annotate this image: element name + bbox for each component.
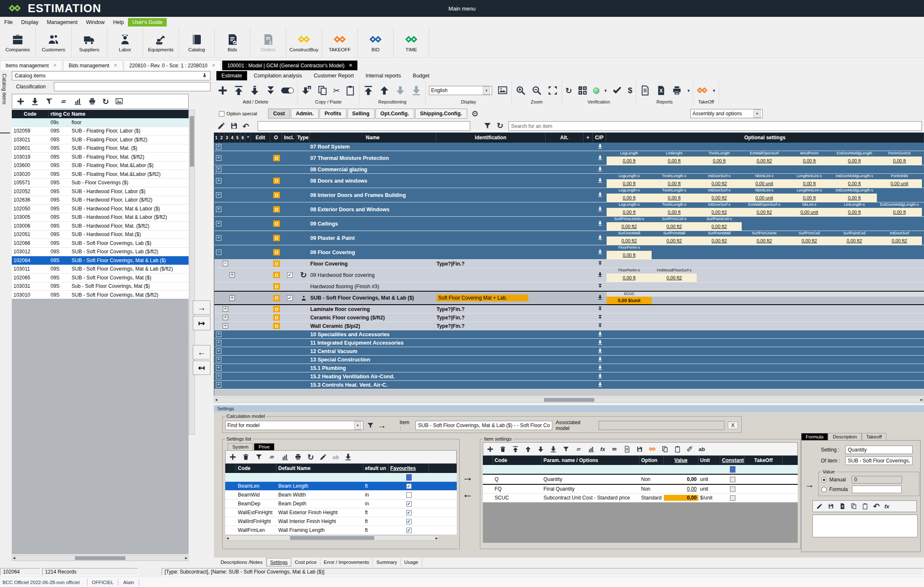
grid-row[interactable]: +15.1 Plumbing — [214, 364, 924, 372]
grid-row[interactable]: +15.2 Heating Ventilation Air-Cond. — [214, 372, 924, 381]
caret-icon[interactable]: ▾ — [604, 88, 607, 93]
grid-row[interactable]: +10 Specialities and Accessories — [214, 330, 924, 339]
move-left-arrow[interactable]: ← — [462, 488, 473, 501]
fx-icon[interactable]: fx — [600, 446, 605, 452]
settings-list-col-0[interactable]: Code — [236, 464, 277, 473]
catalog-row[interactable]: 10557109SSub - Floor Coverings ($) — [12, 179, 189, 188]
settings-list-col-3[interactable]: Favourites — [389, 464, 429, 473]
send-down-icon[interactable] — [597, 220, 603, 227]
cp-cell[interactable] — [593, 165, 607, 173]
view-button-cost[interactable]: Cost — [268, 109, 290, 119]
optional-setting-value[interactable]: 0,00 ft — [607, 157, 652, 165]
caret-icon[interactable]: ▾ — [713, 88, 715, 93]
catalog-side-tab[interactable]: Catalog items — [0, 70, 11, 567]
expander-icon[interactable]: + — [216, 155, 221, 161]
grid-row[interactable]: +OCeramic Floor covering ($/ft2)Type?|Fi… — [214, 313, 924, 322]
ab-icon[interactable]: ab — [333, 454, 339, 460]
printer-icon[interactable] — [294, 453, 302, 461]
favourite-checkbox[interactable]: ✔ — [406, 501, 412, 507]
send-down-icon[interactable] — [597, 382, 603, 388]
cp-cell[interactable] — [593, 292, 607, 304]
scroll-left-icon[interactable]: ◄ — [12, 556, 16, 560]
app-button-equipments[interactable]: Equipments — [143, 28, 179, 57]
cp-cell[interactable] — [593, 143, 607, 151]
scissors-icon[interactable]: ✂ — [333, 86, 340, 96]
trash-icon[interactable] — [499, 446, 506, 453]
settings-list-row[interactable]: WallIntFinHghtWall Interior Finish Heigh… — [225, 517, 457, 526]
copy-icon[interactable] — [850, 503, 857, 510]
optional-setting-value[interactable]: 0,00 ft — [787, 179, 832, 188]
optional-setting-value[interactable]: 0,00 ft — [652, 157, 697, 165]
app-button-customers[interactable]: Customers — [36, 28, 72, 57]
formula-textarea[interactable] — [812, 515, 918, 537]
optional-setting-value[interactable] — [742, 222, 787, 231]
grid-header-tree[interactable]: 1 — [214, 133, 219, 143]
cp-cell[interactable] — [593, 356, 607, 364]
expander-icon[interactable]: + — [223, 306, 228, 312]
menu-item-file[interactable]: File — [0, 18, 17, 27]
cp-cell[interactable] — [593, 347, 607, 355]
optional-setting-value[interactable] — [832, 251, 877, 259]
include-checkbox[interactable]: ✔ — [287, 272, 293, 278]
edit-cell[interactable] — [251, 143, 271, 151]
edit-cell[interactable] — [251, 188, 271, 202]
grid-row[interactable]: +08 Commercial glazing — [214, 165, 924, 174]
plus-icon[interactable] — [16, 97, 25, 106]
catalog-row[interactable]: 10360009SSUB - Floating Floor, Mat.&Labo… — [12, 162, 189, 170]
scroll-left-icon[interactable]: ◄ — [226, 536, 229, 540]
funnel-icon[interactable] — [483, 122, 492, 130]
cp-cell[interactable] — [593, 260, 607, 268]
optional-setting-value[interactable]: 0,00 ft — [607, 194, 652, 202]
app-button-catalog[interactable]: Catalog — [179, 28, 215, 57]
manual-value-input[interactable]: 0 — [852, 476, 902, 483]
expander-icon[interactable]: + — [216, 365, 221, 371]
send-down-icon[interactable] — [597, 272, 603, 279]
grid-row[interactable]: +OWall Ceramic ($/pi2)Type?|Fin.? — [214, 322, 924, 330]
cell-value[interactable]: 0,00 — [664, 495, 698, 501]
refresh-icon[interactable]: ↻ — [565, 86, 572, 96]
grid-header-o[interactable]: O — [270, 133, 282, 143]
undo-icon[interactable]: ↶ — [873, 502, 880, 511]
optional-setting-value[interactable]: 0,00 ft2 — [742, 208, 787, 216]
view-button-admin-[interactable]: Admin. — [291, 109, 319, 119]
tab-customer-report[interactable]: Customer Report — [309, 71, 359, 80]
catalog-row[interactable]: 10301209SSUB - Soft Floor Coverings, Lab… — [12, 248, 189, 257]
catalog-row[interactable]: 10206409SSUB - Soft Floor Coverings, Mat… — [12, 256, 189, 265]
search-input[interactable]: Search for an item — [509, 121, 922, 131]
constant-checkbox[interactable] — [730, 486, 735, 492]
grid-header-alt-[interactable]: Alt. — [546, 133, 583, 143]
optional-setting-value[interactable] — [787, 274, 832, 282]
optional-setting-value[interactable]: 0,00 ft2 — [697, 179, 742, 188]
equals-icon[interactable] — [268, 453, 276, 461]
cp-cell[interactable] — [593, 364, 607, 372]
grid-row[interactable]: +13 Special Construction — [214, 356, 924, 364]
optional-setting-value[interactable]: 0,00 ft2 — [742, 157, 787, 165]
optional-setting-value[interactable]: 0,00 ft2 — [787, 236, 832, 245]
optional-setting-value[interactable] — [832, 297, 877, 304]
cell-fav[interactable]: ✔ — [389, 519, 429, 524]
constant-checkbox[interactable] — [730, 495, 735, 501]
send-down-icon[interactable] — [597, 260, 603, 267]
clipboard-icon[interactable] — [674, 446, 681, 453]
item-value-input[interactable]: SUB - Soft Floor Coverings, Mat & Lab ($… — [415, 421, 552, 430]
optional-setting-value[interactable]: 0,00 ft — [832, 194, 877, 202]
catalog-row[interactable]: 10301009SSUB - Soft Floor Coverings, Mat… — [12, 291, 189, 300]
formula-value-input[interactable] — [852, 486, 902, 493]
send-down-icon[interactable] — [597, 155, 603, 162]
clear-model-button[interactable]: X — [728, 422, 738, 429]
catalog-row[interactable]: 10300509SSUB - Hardwood Floor, Mat & Lab… — [12, 213, 189, 222]
doc-icon[interactable] — [623, 446, 631, 453]
cell-fav[interactable]: ✔ — [389, 528, 429, 533]
settings-list-row[interactable]: WallFrmLenWall Framing Lengthft✔ — [225, 526, 457, 535]
expander-icon[interactable]: − — [216, 250, 221, 255]
recycle-icon[interactable]: ↻ — [300, 270, 307, 280]
gear-icon[interactable]: ⚙ — [471, 109, 479, 119]
refresh-icon[interactable]: ↻ — [102, 97, 109, 106]
catalog-vertical-scrollbar[interactable] — [189, 110, 195, 435]
arrow-up-icon[interactable] — [379, 85, 390, 96]
expander-icon[interactable]: + — [229, 295, 235, 301]
cp-cell[interactable] — [593, 305, 607, 313]
catalog-row[interactable]: 10301909SSUB - Floating Floor, Mat. ($/f… — [12, 153, 189, 162]
disk-icon[interactable] — [636, 446, 643, 453]
menu-item-display[interactable]: Display — [17, 18, 43, 27]
